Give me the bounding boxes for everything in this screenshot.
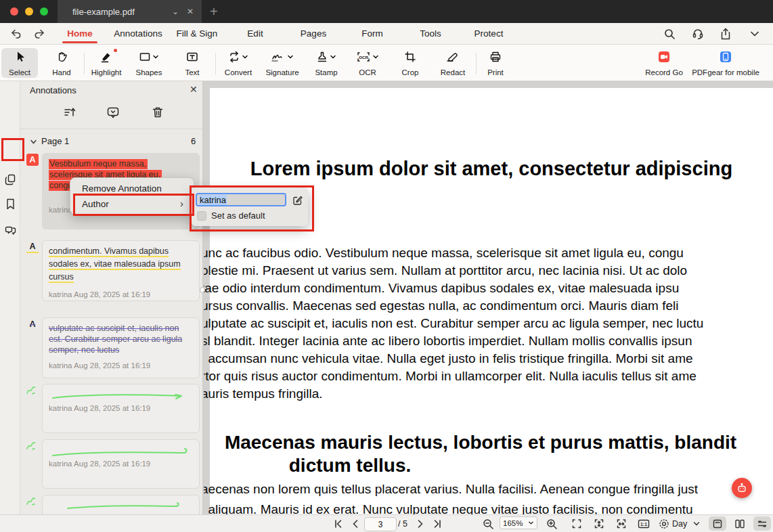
menu-tab-edit[interactable]: Edit: [247, 28, 263, 39]
redact-tool-button[interactable]: Redact: [432, 48, 474, 78]
fit-height-icon[interactable]: [593, 518, 605, 530]
ai-assistant-button[interactable]: [732, 478, 752, 498]
print-tool-button[interactable]: Print: [479, 48, 512, 78]
page-section-header[interactable]: Page 1 6: [20, 134, 203, 149]
next-page-icon[interactable]: [414, 518, 426, 530]
share-icon[interactable]: [719, 27, 732, 41]
panel-close-icon[interactable]: ✕: [190, 84, 198, 95]
doc-heading-2: Maecenas mauris lectus, lobortis et puru…: [210, 432, 751, 453]
select-tool-button[interactable]: Select: [1, 48, 38, 78]
comment-filter-icon[interactable]: [106, 105, 120, 120]
zoom-level-value: 165%: [503, 519, 523, 527]
single-page-view-button[interactable]: [709, 516, 726, 531]
menu-tab-form[interactable]: Form: [361, 28, 383, 39]
crop-icon: [403, 50, 417, 64]
doc-body-line: unc ac faucibus odio. Vestibulum neque m…: [204, 246, 684, 261]
annotation-card-underline[interactable]: condimentum. Vivamus dapibus sodales ex,…: [42, 240, 200, 301]
menu-tab-tools[interactable]: Tools: [420, 28, 441, 39]
pdfgear-mobile-button[interactable]: PDFgear for mobile: [686, 48, 765, 78]
page-number-input[interactable]: [364, 517, 397, 531]
submenu-arrow-icon: ›: [180, 198, 183, 209]
new-tab-button[interactable]: +: [210, 3, 218, 20]
traffic-light-zoom[interactable]: [40, 7, 48, 16]
zoom-in-icon[interactable]: [546, 518, 558, 530]
sort-annotations-icon[interactable]: [62, 105, 77, 120]
menu-tab-fill-sign[interactable]: Fill & Sign: [177, 28, 218, 39]
annotation-context-menu: Remove Annotation Author ›: [70, 177, 194, 215]
stamp-tool-button[interactable]: Stamp: [307, 48, 346, 78]
first-page-icon[interactable]: [332, 518, 344, 530]
traffic-light-close[interactable]: [10, 7, 18, 16]
page-thumbnails-icon[interactable]: [4, 173, 17, 186]
collapse-toolbar-chevron-icon[interactable]: [749, 29, 760, 39]
section-collapse-chevron-icon[interactable]: [30, 138, 37, 146]
convert-tool-button[interactable]: Convert: [218, 48, 259, 78]
continuous-scroll-view-button[interactable]: [753, 516, 771, 531]
zoom-out-icon[interactable]: [482, 518, 494, 530]
traffic-light-minimize[interactable]: [25, 7, 33, 16]
day-mode-label[interactable]: Day: [672, 519, 687, 529]
menu-tab-pages[interactable]: Pages: [301, 28, 326, 39]
document-tab[interactable]: file-example.pdf ⌄ ✕: [58, 0, 202, 23]
annotation-card-ink[interactable]: katrina Aug 28, 2025 at 16:19: [42, 384, 200, 433]
edit-author-icon[interactable]: [292, 194, 303, 206]
author-input[interactable]: katrina: [196, 193, 286, 206]
record-go-button[interactable]: Record Go: [640, 48, 688, 78]
annotation-author: katrina Aug 28, 2025 at 16:19: [49, 460, 193, 468]
tab-chevron-icon[interactable]: ⌄: [172, 7, 179, 16]
set-default-row[interactable]: Set as default: [197, 210, 265, 221]
shapes-tool-button[interactable]: Shapes: [129, 48, 169, 78]
undo-icon[interactable]: [9, 27, 23, 41]
text-tool-button[interactable]: Text: [173, 48, 211, 78]
previous-page-icon[interactable]: [349, 518, 361, 530]
svg-text:OCR: OCR: [359, 55, 368, 60]
convert-icon: [228, 50, 248, 64]
annotation-card-strikethrough[interactable]: vulputate ac suscipit et, iaculis non es…: [42, 317, 200, 378]
menu-tab-protect[interactable]: Protect: [474, 28, 504, 39]
annotation-card-ink[interactable]: katrina Aug 28, 2025 at 16:19: [42, 495, 200, 514]
comments-panel-icon[interactable]: [4, 224, 17, 237]
search-icon[interactable]: [663, 27, 676, 41]
document-viewport[interactable]: Lorem ipsum dolor sit amet, consectetur …: [204, 81, 773, 514]
hand-tool-button[interactable]: Hand: [43, 48, 81, 78]
annotation-text: est. Curabitur semper arcu ac ligula: [49, 334, 193, 345]
redact-marker-icon: [445, 50, 460, 64]
doc-body-line: aecenas non lorem quis tellus placerat v…: [204, 482, 698, 497]
annotations-panel: Annotations ✕ Page 1 6 A Vestibulum nequ…: [20, 81, 203, 514]
ink-annotation-badge: [26, 440, 38, 452]
support-headset-icon[interactable]: [691, 27, 705, 41]
svg-text:1:1: 1:1: [640, 522, 647, 527]
delete-annotation-icon[interactable]: [150, 105, 165, 120]
fit-width-icon[interactable]: [615, 518, 627, 530]
two-page-view-button[interactable]: [731, 516, 749, 531]
redo-icon[interactable]: [32, 27, 46, 41]
print-icon: [489, 50, 502, 64]
shapes-icon: [139, 50, 159, 64]
last-page-icon[interactable]: [432, 518, 444, 530]
signature-tool-button[interactable]: Signature: [260, 48, 305, 78]
robot-icon: [736, 482, 748, 494]
context-menu-remove-annotation[interactable]: Remove Annotation: [82, 183, 162, 194]
ink-stroke-preview: [49, 500, 193, 512]
annotation-text: Vestibulum neque massa,: [49, 159, 148, 169]
crop-tool-button[interactable]: Crop: [391, 48, 429, 78]
set-default-checkbox[interactable]: [197, 211, 206, 221]
ocr-tool-button[interactable]: OCR OCR: [349, 48, 386, 78]
highlight-tool-button[interactable]: Highlight: [87, 48, 126, 78]
menu-bar: Home Annotations Fill & Sign Edit Pages …: [0, 23, 773, 45]
underline-annotation-badge: A: [26, 241, 39, 253]
select-cursor-icon: [14, 50, 26, 64]
zoom-level-select[interactable]: 165%: [500, 516, 537, 529]
day-mode-chevron-icon[interactable]: [692, 520, 701, 527]
menu-tab-home[interactable]: Home: [67, 28, 93, 39]
menu-tab-annotations[interactable]: Annotations: [114, 28, 162, 39]
actual-size-icon[interactable]: 1:1: [637, 518, 650, 530]
day-mode-sun-icon[interactable]: [658, 518, 670, 530]
tab-close-icon[interactable]: ✕: [187, 7, 194, 16]
fit-page-icon[interactable]: [571, 518, 583, 530]
bookmarks-icon[interactable]: [4, 198, 17, 210]
annotation-card-ink[interactable]: katrina Aug 28, 2025 at 16:19: [42, 439, 200, 489]
toolbar-separator: [84, 53, 85, 74]
page-section-label: Page 1: [41, 136, 69, 146]
context-menu-author[interactable]: Author: [82, 199, 109, 209]
